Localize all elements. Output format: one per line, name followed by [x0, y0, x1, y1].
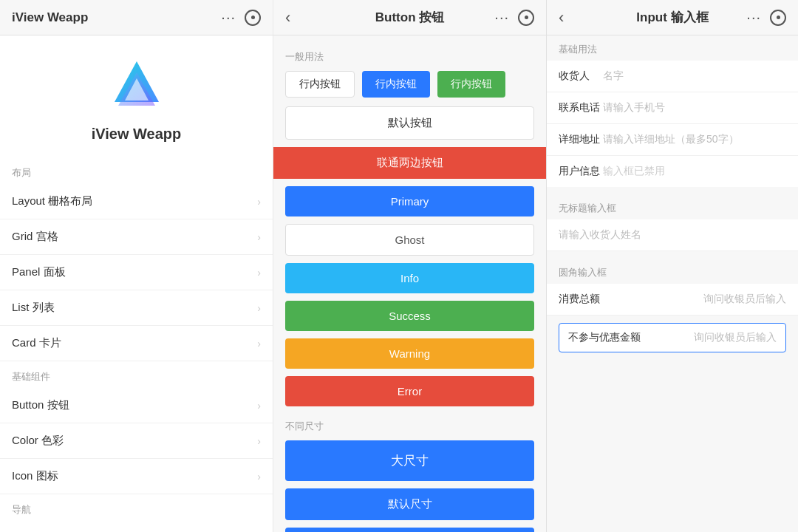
- arrow-icon: ›: [257, 471, 261, 482]
- button-panel-header: ‹ Button 按钮 ···: [273, 0, 546, 35]
- ghost-full-button[interactable]: Ghost: [285, 224, 534, 256]
- medium-button[interactable]: 默认尺寸: [285, 488, 534, 520]
- success-full-button[interactable]: Success: [285, 301, 534, 331]
- sidebar-header: iView Weapp ···: [0, 0, 273, 35]
- nav-section-basic: 基础组件: [0, 361, 273, 388]
- input-label-recipient: 收货人: [559, 69, 603, 83]
- sidebar-item-card[interactable]: Card 卡片 ›: [0, 326, 273, 361]
- input-section-rounded: 消费总额 询问收银员后输入: [547, 284, 798, 316]
- logo-text: iView Weapp: [92, 126, 182, 143]
- arrow-icon: ›: [257, 400, 261, 412]
- input-section-rounded-header: 圆角输入框: [547, 259, 798, 284]
- sidebar-item-grid[interactable]: Grid 宫格 ›: [0, 219, 273, 255]
- more-icon[interactable]: ···: [221, 9, 236, 26]
- input-label-phone: 联系电话: [559, 101, 603, 115]
- input-placeholder-disabled: 输入框已禁用: [603, 165, 786, 178]
- input-panel: ‹ Input 输入框 ··· 基础用法 收货人 名字 联系电话 请输入手机号 …: [547, 0, 798, 532]
- input-row-userinfo: 用户信息 输入框已禁用: [547, 156, 798, 187]
- input-row-discount-bordered[interactable]: 不参与优惠金额 询问收银员后输入: [559, 323, 786, 352]
- input-section-notitle-header: 无标题输入框: [547, 194, 798, 219]
- sidebar-item-tabbar[interactable]: TabBar 标签栏 ›: [0, 521, 273, 532]
- default-full-button[interactable]: 默认按钮: [285, 106, 534, 140]
- input-placeholder-address[interactable]: 请输入详细地址（最多50字）: [603, 133, 786, 146]
- section-title-size: 不同尺寸: [285, 420, 534, 433]
- warning-full-button[interactable]: Warning: [285, 338, 534, 369]
- button-panel: ‹ Button 按钮 ··· 一般用法 行内按钮 行内按钮 行内按钮 默认按钮…: [273, 0, 547, 532]
- button-panel-title: Button 按钮: [375, 9, 444, 26]
- arrow-icon: ›: [257, 231, 261, 243]
- circle-dot: [525, 16, 528, 19]
- arrow-icon: ›: [257, 267, 261, 279]
- sidebar-item-icon[interactable]: Icon 图标 ›: [0, 459, 273, 494]
- input-label-userinfo: 用户信息: [559, 165, 603, 178]
- input-row-no-label[interactable]: 请输入收货人姓名: [547, 219, 798, 251]
- full-edge-button[interactable]: 联通两边按钮: [273, 147, 546, 179]
- input-section-basic: 收货人 名字 联系电话 请输入手机号 详细地址 请输入详细地址（最多50字） 用…: [547, 61, 798, 187]
- back-icon[interactable]: ‹: [559, 8, 564, 27]
- more-icon[interactable]: ···: [746, 9, 761, 26]
- input-label-total: 消费总额: [559, 293, 603, 306]
- input-label-discount: 不参与优惠金额: [568, 331, 641, 344]
- primary-full-button[interactable]: Primary: [285, 186, 534, 216]
- sidebar-panel: iView Weapp ···: [0, 0, 273, 532]
- button-panel-content: 一般用法 行内按钮 行内按钮 行内按钮 默认按钮 联通两边按钮 Primary …: [273, 35, 546, 532]
- input-placeholder-name[interactable]: 名字: [603, 69, 786, 83]
- sidebar-item-panel[interactable]: Panel 面板 ›: [0, 255, 273, 290]
- sidebar-title: iView Weapp: [12, 10, 88, 25]
- inline-default-button[interactable]: 行内按钮: [285, 71, 355, 98]
- nav-list: 布局 Layout 栅格布局 › Grid 宫格 › Panel 面板 › Li…: [0, 157, 273, 532]
- inline-primary-button[interactable]: 行内按钮: [362, 71, 430, 98]
- circle-icon[interactable]: [518, 10, 534, 26]
- sidebar-item-color[interactable]: Color 色彩 ›: [0, 423, 273, 459]
- small-button[interactable]: 小尺寸: [285, 528, 534, 532]
- input-panel-content: 基础用法 收货人 名字 联系电话 请输入手机号 详细地址 请输入详细地址（最多5…: [547, 35, 798, 532]
- input-row-total: 消费总额 询问收银员后输入: [547, 284, 798, 316]
- arrow-icon: ›: [257, 435, 261, 447]
- input-placeholder-total[interactable]: 询问收银员后输入: [603, 293, 786, 306]
- back-icon[interactable]: ‹: [285, 8, 290, 27]
- arrow-icon: ›: [257, 302, 261, 314]
- circle-dot-icon: [251, 16, 255, 19]
- inline-buttons-row: 行内按钮 行内按钮 行内按钮: [285, 71, 534, 98]
- nav-section-layout: 布局: [0, 157, 273, 184]
- input-header-icons: ···: [746, 9, 786, 26]
- input-placeholder-recipient-name: 请输入收货人姓名: [559, 228, 641, 242]
- large-button[interactable]: 大尺寸: [285, 440, 534, 481]
- info-full-button[interactable]: Info: [285, 263, 534, 293]
- input-row-phone: 联系电话 请输入手机号: [547, 92, 798, 124]
- logo-area: iView Weapp: [0, 35, 273, 157]
- input-panel-title: Input 输入框: [636, 9, 708, 26]
- section-title-general: 一般用法: [285, 50, 534, 64]
- sidebar-item-list[interactable]: List 列表 ›: [0, 290, 273, 326]
- circle-icon[interactable]: [245, 10, 261, 26]
- input-row-address: 详细地址 请输入详细地址（最多50字）: [547, 124, 798, 156]
- input-section-basic-title: 基础用法: [547, 35, 798, 61]
- input-row-recipient: 收货人 名字: [547, 61, 798, 92]
- input-section-notitle: 请输入收货人姓名: [547, 219, 798, 251]
- sidebar-item-button[interactable]: Button 按钮 ›: [0, 388, 273, 423]
- logo-icon: [107, 58, 166, 117]
- input-panel-header: ‹ Input 输入框 ···: [547, 0, 798, 35]
- arrow-icon: ›: [257, 338, 261, 349]
- sidebar-header-icons: ···: [221, 9, 261, 26]
- more-icon[interactable]: ···: [494, 9, 509, 26]
- input-label-address: 详细地址: [559, 133, 603, 146]
- inline-success-button[interactable]: 行内按钮: [437, 71, 505, 98]
- error-full-button[interactable]: Error: [285, 376, 534, 406]
- circle-dot: [777, 16, 780, 19]
- sidebar-item-layout-grid[interactable]: Layout 栅格布局 ›: [0, 184, 273, 219]
- input-placeholder-discount: 询问收银员后输入: [694, 331, 777, 344]
- button-header-icons: ···: [494, 9, 534, 26]
- nav-section-nav: 导航: [0, 494, 273, 521]
- circle-icon[interactable]: [770, 10, 786, 26]
- input-placeholder-phone[interactable]: 请输入手机号: [603, 101, 786, 115]
- arrow-icon: ›: [257, 196, 261, 208]
